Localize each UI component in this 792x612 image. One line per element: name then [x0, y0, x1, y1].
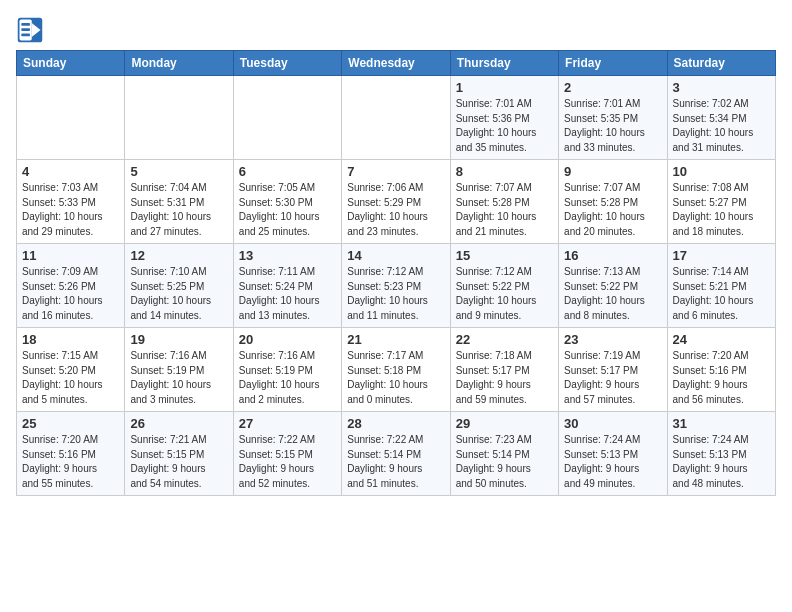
day-number: 18 — [22, 332, 119, 347]
calendar-cell: 20Sunrise: 7:16 AM Sunset: 5:19 PM Dayli… — [233, 328, 341, 412]
day-number: 22 — [456, 332, 553, 347]
calendar-cell: 3Sunrise: 7:02 AM Sunset: 5:34 PM Daylig… — [667, 76, 775, 160]
day-info: Sunrise: 7:05 AM Sunset: 5:30 PM Dayligh… — [239, 181, 336, 239]
calendar-cell: 18Sunrise: 7:15 AM Sunset: 5:20 PM Dayli… — [17, 328, 125, 412]
calendar-week-1: 1Sunrise: 7:01 AM Sunset: 5:36 PM Daylig… — [17, 76, 776, 160]
day-info: Sunrise: 7:16 AM Sunset: 5:19 PM Dayligh… — [239, 349, 336, 407]
day-info: Sunrise: 7:02 AM Sunset: 5:34 PM Dayligh… — [673, 97, 770, 155]
calendar-cell: 7Sunrise: 7:06 AM Sunset: 5:29 PM Daylig… — [342, 160, 450, 244]
day-info: Sunrise: 7:22 AM Sunset: 5:15 PM Dayligh… — [239, 433, 336, 491]
calendar-cell — [233, 76, 341, 160]
day-number: 8 — [456, 164, 553, 179]
day-info: Sunrise: 7:09 AM Sunset: 5:26 PM Dayligh… — [22, 265, 119, 323]
day-number: 23 — [564, 332, 661, 347]
calendar-cell: 11Sunrise: 7:09 AM Sunset: 5:26 PM Dayli… — [17, 244, 125, 328]
header-row: SundayMondayTuesdayWednesdayThursdayFrid… — [17, 51, 776, 76]
day-number: 21 — [347, 332, 444, 347]
svg-rect-3 — [21, 23, 30, 26]
header-cell-thursday: Thursday — [450, 51, 558, 76]
day-info: Sunrise: 7:18 AM Sunset: 5:17 PM Dayligh… — [456, 349, 553, 407]
calendar-header: SundayMondayTuesdayWednesdayThursdayFrid… — [17, 51, 776, 76]
day-info: Sunrise: 7:12 AM Sunset: 5:23 PM Dayligh… — [347, 265, 444, 323]
day-number: 26 — [130, 416, 227, 431]
day-number: 1 — [456, 80, 553, 95]
day-info: Sunrise: 7:13 AM Sunset: 5:22 PM Dayligh… — [564, 265, 661, 323]
day-number: 7 — [347, 164, 444, 179]
day-number: 2 — [564, 80, 661, 95]
day-info: Sunrise: 7:07 AM Sunset: 5:28 PM Dayligh… — [456, 181, 553, 239]
day-info: Sunrise: 7:24 AM Sunset: 5:13 PM Dayligh… — [564, 433, 661, 491]
logo-icon — [16, 16, 44, 44]
calendar-cell: 26Sunrise: 7:21 AM Sunset: 5:15 PM Dayli… — [125, 412, 233, 496]
day-number: 29 — [456, 416, 553, 431]
day-number: 24 — [673, 332, 770, 347]
calendar-body: 1Sunrise: 7:01 AM Sunset: 5:36 PM Daylig… — [17, 76, 776, 496]
calendar-cell: 31Sunrise: 7:24 AM Sunset: 5:13 PM Dayli… — [667, 412, 775, 496]
day-number: 14 — [347, 248, 444, 263]
day-info: Sunrise: 7:24 AM Sunset: 5:13 PM Dayligh… — [673, 433, 770, 491]
day-info: Sunrise: 7:03 AM Sunset: 5:33 PM Dayligh… — [22, 181, 119, 239]
calendar-cell: 30Sunrise: 7:24 AM Sunset: 5:13 PM Dayli… — [559, 412, 667, 496]
day-number: 9 — [564, 164, 661, 179]
day-info: Sunrise: 7:11 AM Sunset: 5:24 PM Dayligh… — [239, 265, 336, 323]
day-number: 5 — [130, 164, 227, 179]
svg-rect-5 — [21, 34, 30, 37]
calendar-cell: 13Sunrise: 7:11 AM Sunset: 5:24 PM Dayli… — [233, 244, 341, 328]
day-info: Sunrise: 7:15 AM Sunset: 5:20 PM Dayligh… — [22, 349, 119, 407]
day-number: 28 — [347, 416, 444, 431]
calendar-cell: 10Sunrise: 7:08 AM Sunset: 5:27 PM Dayli… — [667, 160, 775, 244]
day-info: Sunrise: 7:16 AM Sunset: 5:19 PM Dayligh… — [130, 349, 227, 407]
day-info: Sunrise: 7:01 AM Sunset: 5:35 PM Dayligh… — [564, 97, 661, 155]
day-info: Sunrise: 7:20 AM Sunset: 5:16 PM Dayligh… — [22, 433, 119, 491]
calendar-cell: 9Sunrise: 7:07 AM Sunset: 5:28 PM Daylig… — [559, 160, 667, 244]
day-number: 31 — [673, 416, 770, 431]
day-info: Sunrise: 7:17 AM Sunset: 5:18 PM Dayligh… — [347, 349, 444, 407]
calendar-week-5: 25Sunrise: 7:20 AM Sunset: 5:16 PM Dayli… — [17, 412, 776, 496]
calendar-cell: 8Sunrise: 7:07 AM Sunset: 5:28 PM Daylig… — [450, 160, 558, 244]
day-info: Sunrise: 7:22 AM Sunset: 5:14 PM Dayligh… — [347, 433, 444, 491]
header-cell-monday: Monday — [125, 51, 233, 76]
day-info: Sunrise: 7:12 AM Sunset: 5:22 PM Dayligh… — [456, 265, 553, 323]
day-number: 15 — [456, 248, 553, 263]
calendar-cell: 15Sunrise: 7:12 AM Sunset: 5:22 PM Dayli… — [450, 244, 558, 328]
day-info: Sunrise: 7:19 AM Sunset: 5:17 PM Dayligh… — [564, 349, 661, 407]
calendar-cell: 1Sunrise: 7:01 AM Sunset: 5:36 PM Daylig… — [450, 76, 558, 160]
day-info: Sunrise: 7:20 AM Sunset: 5:16 PM Dayligh… — [673, 349, 770, 407]
calendar-cell: 23Sunrise: 7:19 AM Sunset: 5:17 PM Dayli… — [559, 328, 667, 412]
calendar-cell: 27Sunrise: 7:22 AM Sunset: 5:15 PM Dayli… — [233, 412, 341, 496]
calendar-cell: 16Sunrise: 7:13 AM Sunset: 5:22 PM Dayli… — [559, 244, 667, 328]
day-number: 16 — [564, 248, 661, 263]
logo — [16, 16, 48, 44]
calendar-cell — [342, 76, 450, 160]
header-cell-wednesday: Wednesday — [342, 51, 450, 76]
day-info: Sunrise: 7:10 AM Sunset: 5:25 PM Dayligh… — [130, 265, 227, 323]
day-number: 13 — [239, 248, 336, 263]
calendar-week-2: 4Sunrise: 7:03 AM Sunset: 5:33 PM Daylig… — [17, 160, 776, 244]
page-header — [16, 16, 776, 44]
header-cell-saturday: Saturday — [667, 51, 775, 76]
day-number: 11 — [22, 248, 119, 263]
day-number: 19 — [130, 332, 227, 347]
calendar-cell: 22Sunrise: 7:18 AM Sunset: 5:17 PM Dayli… — [450, 328, 558, 412]
calendar-cell: 28Sunrise: 7:22 AM Sunset: 5:14 PM Dayli… — [342, 412, 450, 496]
day-number: 3 — [673, 80, 770, 95]
day-number: 20 — [239, 332, 336, 347]
calendar-week-4: 18Sunrise: 7:15 AM Sunset: 5:20 PM Dayli… — [17, 328, 776, 412]
calendar-cell: 17Sunrise: 7:14 AM Sunset: 5:21 PM Dayli… — [667, 244, 775, 328]
day-number: 10 — [673, 164, 770, 179]
svg-rect-4 — [21, 28, 30, 31]
calendar-cell: 12Sunrise: 7:10 AM Sunset: 5:25 PM Dayli… — [125, 244, 233, 328]
day-info: Sunrise: 7:21 AM Sunset: 5:15 PM Dayligh… — [130, 433, 227, 491]
calendar-cell: 24Sunrise: 7:20 AM Sunset: 5:16 PM Dayli… — [667, 328, 775, 412]
day-number: 27 — [239, 416, 336, 431]
calendar-cell: 14Sunrise: 7:12 AM Sunset: 5:23 PM Dayli… — [342, 244, 450, 328]
calendar-table: SundayMondayTuesdayWednesdayThursdayFrid… — [16, 50, 776, 496]
calendar-cell: 29Sunrise: 7:23 AM Sunset: 5:14 PM Dayli… — [450, 412, 558, 496]
calendar-cell: 6Sunrise: 7:05 AM Sunset: 5:30 PM Daylig… — [233, 160, 341, 244]
day-info: Sunrise: 7:06 AM Sunset: 5:29 PM Dayligh… — [347, 181, 444, 239]
calendar-cell: 2Sunrise: 7:01 AM Sunset: 5:35 PM Daylig… — [559, 76, 667, 160]
day-number: 4 — [22, 164, 119, 179]
header-cell-friday: Friday — [559, 51, 667, 76]
calendar-cell — [17, 76, 125, 160]
calendar-cell: 5Sunrise: 7:04 AM Sunset: 5:31 PM Daylig… — [125, 160, 233, 244]
